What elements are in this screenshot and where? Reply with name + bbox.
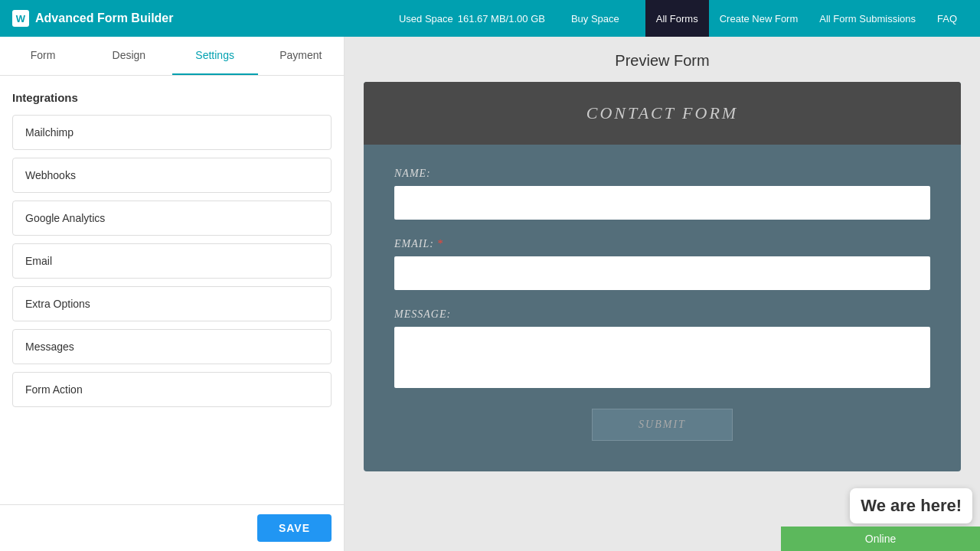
app-logo: W Advanced Form Builder [12,10,173,27]
integration-form-action[interactable]: Form Action [12,372,332,407]
preview-form-container: CONTACT FORM NAME: EMAIL:* MESSAGE: [364,82,961,471]
sidebar-content: Integrations Mailchimp Webhooks Google A… [0,76,344,504]
used-space-info: Used Space 161.67 MB/1.00 GB [399,13,545,24]
integration-extra-options[interactable]: Extra Options [12,286,332,321]
field-input-name[interactable] [394,186,930,220]
field-input-message[interactable] [394,327,930,388]
field-label-message: MESSAGE: [394,308,930,321]
tab-payment[interactable]: Payment [258,37,344,75]
submit-row: SUBMIT [394,409,930,441]
save-btn-row: SAVE [0,504,344,551]
nav-create-new-form[interactable]: Create New Form [709,0,809,37]
field-label-email: EMAIL:* [394,238,930,250]
nav-links: All Forms Create New Form All Form Submi… [645,0,968,37]
used-space-label: Used Space [399,13,453,24]
top-navigation: W Advanced Form Builder Used Space 161.6… [0,0,980,37]
submit-button[interactable]: SUBMIT [592,409,733,441]
nav-all-forms[interactable]: All Forms [645,0,709,37]
integration-mailchimp[interactable]: Mailchimp [12,115,332,150]
field-input-email[interactable] [394,256,930,290]
chat-status: Online [781,527,980,551]
app-title: Advanced Form Builder [35,11,173,25]
used-space-value: 161.67 MB/1.00 GB [458,13,545,24]
main-layout: Form Design Settings Payment Integration… [0,37,980,551]
integration-google-analytics[interactable]: Google Analytics [12,201,332,236]
field-group-name: NAME: [394,168,930,220]
field-group-email: EMAIL:* [394,238,930,290]
preview-form-header-title: CONTACT FORM [385,103,939,123]
integration-email[interactable]: Email [12,243,332,279]
buy-space-link[interactable]: Buy Space [560,0,630,37]
field-label-name: NAME: [394,168,930,180]
preview-form-body: NAME: EMAIL:* MESSAGE: SUBMIT [364,145,961,471]
integration-webhooks[interactable]: Webhooks [12,158,332,193]
tab-design[interactable]: Design [86,37,172,75]
required-marker: * [437,238,443,249]
sidebar: Form Design Settings Payment Integration… [0,37,345,551]
sidebar-tabs: Form Design Settings Payment [0,37,344,76]
preview-form-header: CONTACT FORM [364,82,961,145]
logo-icon: W [12,10,29,27]
preview-title: Preview Form [360,52,965,70]
save-button[interactable]: SAVE [257,514,332,542]
integration-messages[interactable]: Messages [12,329,332,364]
nav-all-form-submissions[interactable]: All Form Submissions [808,0,926,37]
integrations-title: Integrations [12,91,332,104]
nav-faq[interactable]: FAQ [926,0,968,37]
chat-widget[interactable]: We are here! Online [781,488,980,551]
tab-form[interactable]: Form [0,37,86,75]
preview-area: Preview Form CONTACT FORM NAME: EMAIL:* [345,37,980,551]
field-group-message: MESSAGE: [394,308,930,390]
chat-bubble: We are here! [850,488,972,523]
tab-settings[interactable]: Settings [172,37,258,75]
